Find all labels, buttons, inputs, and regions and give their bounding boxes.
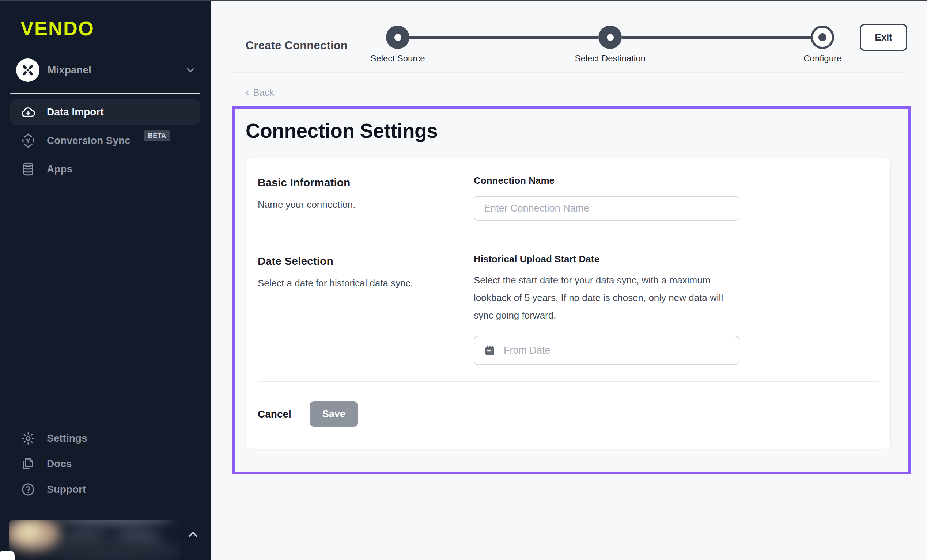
section-heading: Basic Information — [258, 176, 474, 189]
step-dot-complete — [386, 26, 409, 49]
basic-information-section: Basic Information Name your connection. … — [258, 175, 879, 221]
step-connector — [622, 36, 811, 39]
exit-button[interactable]: Exit — [860, 24, 907, 51]
sidebar-item-label: Conversion Sync — [47, 135, 131, 146]
wizard-stepper: Select Source Select Destination Configu… — [386, 26, 834, 49]
docs-icon — [20, 456, 36, 472]
window-top-edge — [0, 0, 927, 2]
start-date-description: Select the start date for your data sync… — [474, 272, 733, 324]
connection-name-input[interactable] — [474, 196, 740, 221]
sidebar-item-data-import[interactable]: Data Import — [10, 99, 200, 125]
sidebar-item-label: Data Import — [47, 106, 104, 118]
step-label: Configure — [804, 53, 842, 64]
save-button[interactable]: Save — [310, 401, 358, 426]
sidebar-nav: Data Import Conversion Sync BETA — [10, 99, 200, 182]
from-date-input[interactable] — [504, 345, 730, 356]
help-circle-icon — [20, 482, 36, 497]
gear-icon — [20, 431, 36, 446]
beta-badge: BETA — [144, 130, 171, 141]
step-connector — [409, 36, 599, 39]
sidebar-item-docs[interactable]: Docs — [10, 451, 200, 477]
step-dot-complete — [599, 26, 622, 49]
main-content: Create Connection Select Source Select D… — [211, 0, 927, 560]
back-link[interactable]: ‹ Back — [246, 87, 274, 98]
form-actions: Cancel Save — [258, 401, 879, 426]
sidebar: VENDO Mixpanel — [0, 0, 211, 560]
chevron-left-icon: ‹ — [246, 87, 249, 97]
blurred-user-info — [9, 520, 181, 560]
sidebar-footer: Settings Docs — [10, 426, 200, 560]
step-dot-current — [811, 26, 834, 49]
back-label: Back — [253, 87, 274, 98]
cloud-download-icon — [20, 105, 36, 120]
window-corner-artifact — [0, 551, 15, 560]
calendar-icon — [483, 344, 496, 357]
sidebar-item-apps[interactable]: Apps — [10, 156, 200, 182]
user-account-card[interactable] — [9, 520, 181, 560]
date-selection-section: Date Selection Select a date for histori… — [258, 253, 879, 365]
chevron-down-icon — [185, 65, 196, 76]
step-select-destination: Select Destination — [599, 26, 622, 49]
step-configure: Configure — [811, 26, 834, 49]
chevron-up-icon[interactable] — [186, 527, 200, 542]
sidebar-item-label: Docs — [47, 458, 71, 470]
workspace-name: Mixpanel — [47, 64, 177, 76]
workspace-switcher[interactable]: Mixpanel — [16, 58, 200, 82]
sidebar-item-settings[interactable]: Settings — [10, 426, 200, 451]
header-divider — [233, 72, 904, 73]
user-account-area — [9, 513, 200, 560]
from-date-field[interactable] — [474, 336, 740, 365]
start-date-label: Historical Upload Start Date — [474, 253, 740, 265]
vendo-logo: VENDO — [20, 17, 200, 40]
configure-step-highlight: Connection Settings Basic Information Na… — [233, 106, 911, 474]
sidebar-item-support[interactable]: Support — [10, 477, 200, 502]
mixpanel-logo-icon — [16, 58, 40, 82]
step-label: Select Source — [370, 53, 425, 64]
section-description: Select a date for historical data sync. — [258, 278, 474, 289]
sidebar-item-label: Settings — [47, 433, 87, 444]
cancel-button[interactable]: Cancel — [258, 408, 291, 420]
wizard-title: Create Connection — [246, 39, 348, 52]
sidebar-divider-top — [10, 93, 200, 94]
sidebar-item-label: Support — [47, 484, 86, 495]
database-icon — [20, 161, 36, 177]
section-divider — [258, 237, 879, 237]
step-select-source: Select Source — [386, 26, 409, 49]
sidebar-item-conversion-sync[interactable]: Conversion Sync BETA — [10, 128, 200, 153]
step-label: Select Destination — [574, 53, 645, 64]
connection-settings-card: Basic Information Name your connection. … — [246, 158, 891, 449]
section-divider — [258, 381, 879, 382]
page-title: Connection Settings — [246, 119, 891, 143]
app-window: VENDO Mixpanel — [0, 0, 927, 560]
section-heading: Date Selection — [258, 255, 474, 267]
connection-name-label: Connection Name — [474, 175, 740, 186]
section-description: Name your connection. — [258, 199, 474, 210]
sync-arrows-icon — [20, 133, 36, 148]
sidebar-item-label: Apps — [47, 163, 72, 175]
wizard-header: Create Connection Select Source Select D… — [233, 0, 911, 72]
